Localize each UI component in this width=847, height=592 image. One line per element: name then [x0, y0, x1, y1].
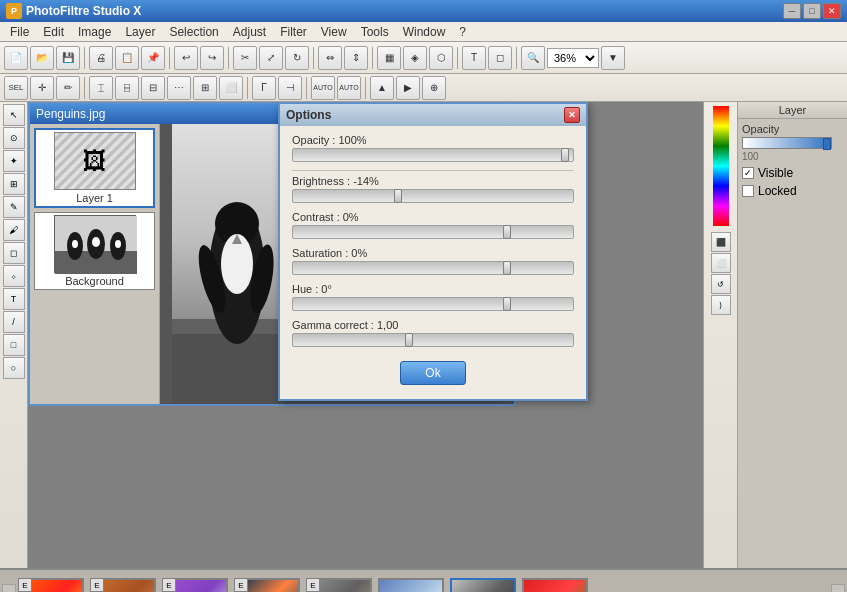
thumb-prev-button[interactable]: ◀	[2, 584, 16, 592]
locked-checkbox[interactable]	[742, 185, 754, 197]
thumb-jellyfish[interactable]: E Jellyfish	[232, 578, 302, 592]
menu-layer[interactable]: Layer	[119, 23, 161, 41]
close-button[interactable]: ✕	[823, 3, 841, 19]
tool-pencil[interactable]: ✎	[3, 196, 25, 218]
tool-h[interactable]: ⊣	[278, 76, 302, 100]
menu-filter[interactable]: Filter	[274, 23, 313, 41]
contrast-thumb[interactable]	[503, 225, 511, 239]
menu-file[interactable]: File	[4, 23, 35, 41]
thumb-koala[interactable]: E Koala.jpg	[304, 578, 374, 592]
copy-button[interactable]: 📋	[115, 46, 139, 70]
tool-wand[interactable]: ✦	[3, 150, 25, 172]
visible-checkbox[interactable]: ✓	[742, 167, 754, 179]
flip-h-button[interactable]: ⇔	[318, 46, 342, 70]
menu-image[interactable]: Image	[72, 23, 117, 41]
menu-help[interactable]: ?	[453, 23, 472, 41]
text-button[interactable]: T	[462, 46, 486, 70]
dock-opacity-bar[interactable]	[742, 137, 832, 149]
saturation-slider[interactable]	[292, 261, 574, 275]
tool-eraser[interactable]: ◻	[3, 242, 25, 264]
contrast-slider[interactable]	[292, 225, 574, 239]
tool-auto1[interactable]: AUTO	[311, 76, 335, 100]
filter1-button[interactable]: ▦	[377, 46, 401, 70]
thumb-desert[interactable]: E Desert.jpg	[88, 578, 158, 592]
tool-i[interactable]: ▲	[370, 76, 394, 100]
tool-auto2[interactable]: AUTO	[337, 76, 361, 100]
menu-window[interactable]: Window	[397, 23, 452, 41]
tool-a[interactable]: ⌶	[89, 76, 113, 100]
tool-paint[interactable]: 🖌	[3, 219, 25, 241]
maximize-button[interactable]: □	[803, 3, 821, 19]
tool-text2[interactable]: T	[3, 288, 25, 310]
tool-e[interactable]: ⊞	[193, 76, 217, 100]
shape-button[interactable]: ◻	[488, 46, 512, 70]
minimize-button[interactable]: ─	[783, 3, 801, 19]
rotate-button[interactable]: ↻	[285, 46, 309, 70]
brightness-thumb[interactable]	[394, 189, 402, 203]
tool-crop2[interactable]: ⊞	[3, 173, 25, 195]
tool-move[interactable]: ✛	[30, 76, 54, 100]
menu-adjust[interactable]: Adjust	[227, 23, 272, 41]
new-button[interactable]: 📄	[4, 46, 28, 70]
zoom-btn2[interactable]: ▼	[601, 46, 625, 70]
dialog-close-button[interactable]: ✕	[564, 107, 580, 123]
locked-label: Locked	[758, 184, 797, 198]
flip-v-button[interactable]: ⇕	[344, 46, 368, 70]
resize-button[interactable]: ⤢	[259, 46, 283, 70]
thumb-hydrangeas[interactable]: E Hydrangeas	[160, 578, 230, 592]
tool-brush[interactable]: ✏	[56, 76, 80, 100]
print-button[interactable]: 🖨	[89, 46, 113, 70]
hue-thumb[interactable]	[503, 297, 511, 311]
tool-lasso[interactable]: ⊙	[3, 127, 25, 149]
menu-tools[interactable]: Tools	[355, 23, 395, 41]
thumb-chrysanthemum[interactable]: E Chrysanthe...	[16, 578, 86, 592]
gamma-slider[interactable]	[292, 333, 574, 347]
gamma-thumb[interactable]	[405, 333, 413, 347]
save-button[interactable]: 💾	[56, 46, 80, 70]
paste-button[interactable]: 📌	[141, 46, 165, 70]
tool-rect[interactable]: □	[3, 334, 25, 356]
tool-d[interactable]: ⋯	[167, 76, 191, 100]
zoom-in-button[interactable]: 🔍	[521, 46, 545, 70]
saturation-thumb[interactable]	[503, 261, 511, 275]
thumb-lighthouse[interactable]: Lighthouse	[376, 578, 446, 592]
crop-button[interactable]: ✂	[233, 46, 257, 70]
menu-selection[interactable]: Selection	[163, 23, 224, 41]
toolbar-secondary: SEL ✛ ✏ ⌶ ⌸ ⊟ ⋯ ⊞ ⬜ Γ ⊣ AUTO AUTO ▲ ▶ ⊕	[0, 74, 847, 102]
right-tool-2[interactable]: ⬜	[711, 253, 731, 273]
brightness-slider[interactable]	[292, 189, 574, 203]
tool-line[interactable]: /	[3, 311, 25, 333]
zoom-select[interactable]: 36%	[547, 48, 599, 68]
tool-j[interactable]: ▶	[396, 76, 420, 100]
menu-view[interactable]: View	[315, 23, 353, 41]
tool-b[interactable]: ⌸	[115, 76, 139, 100]
filter3-button[interactable]: ⬡	[429, 46, 453, 70]
filter2-button[interactable]: ◈	[403, 46, 427, 70]
color-strip[interactable]	[713, 106, 729, 226]
tool-select[interactable]: SEL	[4, 76, 28, 100]
right-tool-3[interactable]: ↺	[711, 274, 731, 294]
tool-f[interactable]: ⬜	[219, 76, 243, 100]
undo-button[interactable]: ↩	[174, 46, 198, 70]
tool-ellipse[interactable]: ○	[3, 357, 25, 379]
right-tool-4[interactable]: ⟩	[711, 295, 731, 315]
redo-button[interactable]: ↪	[200, 46, 224, 70]
thumb-penguins[interactable]: Penguins	[448, 578, 518, 592]
opacity-slider[interactable]	[292, 148, 574, 162]
layer-background-thumb[interactable]: Background	[34, 212, 155, 290]
open-button[interactable]: 📂	[30, 46, 54, 70]
tool-c[interactable]: ⊟	[141, 76, 165, 100]
tool-pointer[interactable]: ↖	[3, 104, 25, 126]
layer1-thumb[interactable]: 🖼 Layer 1	[34, 128, 155, 208]
tool-k[interactable]: ⊕	[422, 76, 446, 100]
tool-fill[interactable]: ⬦	[3, 265, 25, 287]
hue-slider[interactable]	[292, 297, 574, 311]
thumb-tulips[interactable]: Tulips.jpg	[520, 578, 590, 592]
ok-button[interactable]: Ok	[400, 361, 465, 385]
opacity-thumb[interactable]	[561, 148, 569, 162]
menu-edit[interactable]: Edit	[37, 23, 70, 41]
opacity-bar-thumb[interactable]	[823, 138, 831, 150]
tool-g[interactable]: Γ	[252, 76, 276, 100]
right-tool-1[interactable]: ⬛	[711, 232, 731, 252]
thumb-next-button[interactable]: ▶	[831, 584, 845, 592]
